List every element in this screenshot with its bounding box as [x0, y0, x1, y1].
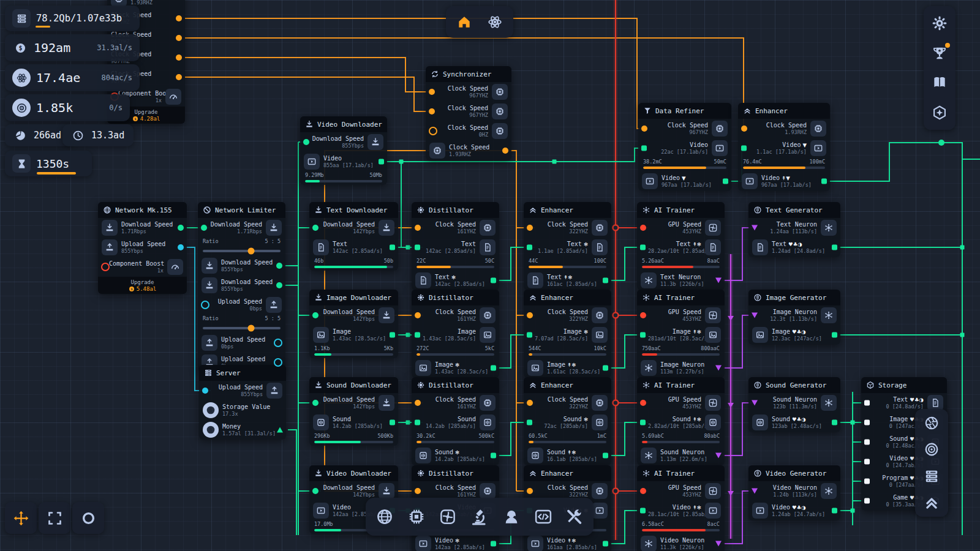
input-port[interactable] — [640, 332, 646, 338]
video-generator[interactable]: Video GeneratorVideo Neuron1.24b [113k/s… — [748, 465, 840, 520]
input-port[interactable] — [741, 126, 747, 132]
input-port[interactable] — [415, 332, 420, 338]
output-port[interactable] — [491, 453, 496, 459]
input-port[interactable] — [429, 108, 435, 114]
text-generator[interactable]: Text GeneratorText Neuron1.24aa [113b/s]… — [748, 202, 840, 257]
enhancer-sound[interactable]: EnhancerClock Speed322YHZSound✻72ac [285… — [524, 377, 611, 465]
output-port[interactable] — [723, 179, 728, 184]
output-port[interactable] — [491, 365, 496, 371]
circle-tool[interactable] — [72, 502, 104, 534]
cooling-tab[interactable] — [435, 504, 461, 530]
input-port[interactable] — [415, 420, 420, 425]
input-port[interactable] — [429, 127, 437, 135]
home-button[interactable] — [451, 9, 477, 35]
output-port[interactable] — [832, 508, 837, 514]
text-downloader[interactable]: Text DownloaderDownload Speed142YbpsText… — [309, 202, 398, 271]
input-port[interactable] — [312, 488, 318, 494]
output-port[interactable] — [821, 179, 827, 184]
network-mk155[interactable]: Network Mk.155Download Speed1.71RbpsUplo… — [98, 202, 187, 294]
input-port[interactable] — [415, 245, 420, 250]
node-graph-canvas[interactable]: Clock Speed1.93RHZClock Speed967YHZClock… — [0, 0, 980, 551]
settings-button[interactable] — [927, 10, 952, 36]
input-port[interactable] — [429, 89, 435, 95]
output-port[interactable] — [715, 453, 722, 459]
output-port[interactable] — [176, 74, 182, 80]
input-port[interactable] — [864, 440, 870, 445]
output-port[interactable] — [832, 245, 837, 250]
input-port[interactable] — [202, 388, 208, 394]
upgrade-button[interactable]: Upgrade5.48al — [98, 277, 187, 294]
distillator-text[interactable]: DistillatorClock Speed161YHZText142ac [2… — [412, 202, 499, 290]
ai-trainer-video[interactable]: AI TrainerGPU Speed453YHZVideo↟✻28.1ac/1… — [637, 465, 725, 551]
output-port[interactable] — [176, 54, 182, 61]
prestige-button[interactable] — [927, 100, 952, 126]
ratio-slider[interactable]: Ratio5 : 5 — [198, 238, 285, 256]
data-refiner[interactable]: Data RefinerClock Speed967YHZVideo22ac [… — [638, 103, 731, 191]
output-port[interactable] — [390, 245, 395, 250]
output-port[interactable] — [274, 339, 282, 347]
output-port[interactable] — [390, 332, 395, 338]
input-port[interactable] — [101, 263, 110, 271]
ratio-slider[interactable]: Ratio5 : 5 — [198, 315, 285, 333]
output-port[interactable] — [178, 244, 184, 250]
slider-knob[interactable] — [247, 325, 254, 332]
output-port[interactable] — [276, 263, 282, 269]
input-port[interactable] — [312, 400, 318, 406]
agent-tab[interactable] — [499, 504, 524, 530]
move-tool[interactable] — [5, 502, 37, 534]
distillator-image[interactable]: DistillatorClock Speed161YHZImage1.43ac … — [412, 290, 499, 378]
output-port[interactable] — [491, 541, 496, 547]
input-port[interactable] — [415, 400, 421, 406]
aperture-button[interactable] — [919, 410, 944, 436]
input-port[interactable] — [312, 225, 318, 231]
engineering-tab[interactable] — [562, 504, 587, 530]
output-port[interactable] — [603, 365, 608, 371]
input-port[interactable] — [527, 225, 533, 231]
server[interactable]: ServerUpload Speed855YbpsStorage Value17… — [199, 365, 286, 440]
output-port[interactable] — [178, 225, 184, 231]
image-downloader[interactable]: Image DownloaderDownload Speed142YbpsIma… — [309, 290, 398, 358]
synchronizer[interactable]: SynchronizerClock Speed967YHZClock Speed… — [426, 66, 511, 160]
output-port[interactable] — [502, 148, 508, 154]
input-port[interactable] — [527, 245, 532, 250]
input-port[interactable] — [741, 146, 747, 151]
output-port[interactable] — [277, 427, 283, 433]
input-port[interactable] — [640, 312, 646, 318]
input-port[interactable] — [640, 508, 646, 514]
encyclopedia-button[interactable] — [927, 70, 952, 96]
output-port[interactable] — [176, 15, 182, 21]
ai-trainer-text[interactable]: AI TrainerGPU Speed453YHZText↟✻28.2ae/10… — [637, 202, 725, 290]
input-port[interactable] — [864, 498, 870, 504]
collapse-button[interactable] — [919, 490, 944, 515]
input-port[interactable] — [201, 301, 209, 309]
servers-button[interactable] — [919, 463, 944, 489]
network-limiter[interactable]: Network LimiterDownload Speed1.71RbpsRat… — [198, 202, 285, 372]
programming-tab[interactable] — [530, 504, 556, 530]
output-port[interactable] — [603, 453, 608, 459]
sound-generator[interactable]: Sound GeneratorSound Neuron123b [11.3m/s… — [748, 377, 840, 432]
output-port[interactable] — [715, 365, 722, 371]
input-port[interactable] — [640, 420, 646, 425]
input-port[interactable] — [640, 225, 646, 231]
input-port[interactable] — [303, 139, 309, 145]
input-port[interactable] — [641, 146, 647, 151]
enhancer-image[interactable]: EnhancerClock Speed322YHZImage✻7.07ad [2… — [524, 290, 611, 378]
achievements-button[interactable] — [927, 40, 952, 66]
input-port[interactable] — [864, 459, 870, 465]
select-tool[interactable] — [39, 502, 70, 534]
enhancer-video-top[interactable]: EnhancerClock Speed1.93RHZVideo▼1.1ac [1… — [738, 103, 830, 191]
slider-knob[interactable] — [247, 248, 254, 255]
output-port[interactable] — [603, 541, 608, 547]
network-tab[interactable] — [372, 504, 398, 530]
output-port[interactable] — [832, 420, 837, 425]
image-generator[interactable]: Image GeneratorImage Neuron12.3t [1.13b/… — [748, 290, 840, 345]
input-port[interactable] — [752, 489, 758, 494]
enhancer-text[interactable]: EnhancerClock Speed322YHZText✻1.1ae [2.8… — [524, 202, 611, 290]
input-port[interactable] — [864, 400, 870, 406]
science-button[interactable] — [482, 9, 508, 35]
input-port[interactable] — [201, 225, 207, 231]
output-port[interactable] — [491, 278, 496, 283]
output-port[interactable] — [176, 35, 182, 41]
ai-trainer-sound[interactable]: AI TrainerGPU Speed453YHZSound↟✻2.82ad/1… — [637, 377, 725, 465]
input-port[interactable] — [415, 312, 421, 318]
